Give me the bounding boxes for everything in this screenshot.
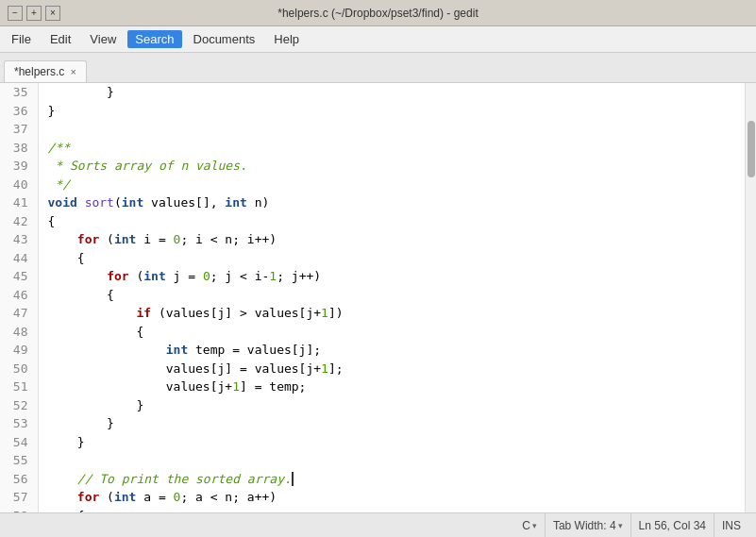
line-code: {	[38, 249, 745, 268]
scrollbar-thumb[interactable]	[748, 121, 755, 177]
table-row: 58 {	[0, 507, 745, 513]
line-code: */	[38, 176, 745, 194]
line-number: 47	[0, 304, 38, 323]
table-row: 44 {	[0, 249, 745, 268]
line-number: 36	[0, 102, 38, 121]
line-number: 44	[0, 249, 38, 268]
line-code: for (int a = 0; a < n; a++)	[38, 488, 745, 507]
table-row: 49 int temp = values[j];	[0, 341, 745, 360]
minimize-button[interactable]: −	[8, 6, 23, 21]
line-number: 48	[0, 323, 38, 342]
line-code: for (int i = 0; i < n; i++)	[38, 230, 745, 249]
line-number: 51	[0, 378, 38, 396]
code-table: 35 }36}3738/**39 * Sorts array of n valu…	[0, 83, 745, 512]
table-row: 54 }	[0, 433, 745, 452]
menu-search[interactable]: Search	[127, 30, 181, 48]
line-code: for (int j = 0; j < i-1; j++)	[38, 267, 745, 286]
table-row: 38/**	[0, 139, 745, 158]
table-row: 35 }	[0, 83, 745, 102]
status-cursor: Ln 56, Col 34	[631, 513, 714, 537]
line-number: 52	[0, 396, 38, 415]
insert-mode-label: INS	[722, 519, 741, 532]
menu-view[interactable]: View	[82, 30, 124, 48]
table-row: 39 * Sorts array of n values.	[0, 157, 745, 176]
status-mode: INS	[714, 513, 748, 537]
table-row: 48 {	[0, 323, 745, 342]
line-code: }	[38, 83, 745, 102]
line-number: 54	[0, 433, 38, 452]
line-number: 43	[0, 230, 38, 249]
code-editor[interactable]: 35 }36}3738/**39 * Sorts array of n valu…	[0, 83, 745, 512]
line-code: void sort(int values[], int n)	[38, 193, 745, 212]
close-button[interactable]: ×	[45, 6, 60, 21]
line-code: {	[38, 212, 745, 231]
tab-label: *helpers.c	[14, 65, 64, 78]
table-row: 56 // To print the sorted array.	[0, 470, 745, 489]
line-number: 49	[0, 341, 38, 360]
line-number: 37	[0, 120, 38, 139]
tab-width-chevron-icon: ▾	[618, 521, 623, 530]
table-row: 36}	[0, 102, 745, 121]
table-row: 40 */	[0, 176, 745, 194]
scrollbar[interactable]	[745, 83, 756, 512]
tab-helpers-c[interactable]: *helpers.c ×	[4, 60, 87, 82]
line-code: // To print the sorted array.	[38, 470, 745, 489]
line-number: 56	[0, 470, 38, 489]
line-code: }	[38, 396, 745, 415]
tab-close-button[interactable]: ×	[70, 67, 76, 77]
line-code: }	[38, 102, 745, 121]
line-code: {	[38, 286, 745, 305]
line-number: 53	[0, 414, 38, 433]
table-row: 47 if (values[j] > values[j+1])	[0, 304, 745, 323]
table-row: 50 values[j] = values[j+1];	[0, 360, 745, 378]
line-number: 38	[0, 139, 38, 158]
line-number: 35	[0, 83, 38, 102]
maximize-button[interactable]: +	[26, 6, 42, 21]
line-code: }	[38, 433, 745, 452]
table-row: 57 for (int a = 0; a < n; a++)	[0, 488, 745, 507]
table-row: 41void sort(int values[], int n)	[0, 193, 745, 212]
line-number: 41	[0, 193, 38, 212]
status-tab-width[interactable]: Tab Width: 4 ▾	[546, 513, 631, 537]
window-title: *helpers.c (~/Dropbox/pset3/find) - gedi…	[64, 7, 692, 20]
language-label: C	[522, 519, 530, 532]
menu-file[interactable]: File	[4, 30, 39, 48]
line-code: int temp = values[j];	[38, 341, 745, 360]
line-number: 46	[0, 286, 38, 305]
line-number: 39	[0, 157, 38, 176]
menubar: File Edit View Search Documents Help	[0, 26, 756, 53]
tab-width-dropdown[interactable]: Tab Width: 4 ▾	[553, 519, 623, 532]
code-area: 35 }36}3738/**39 * Sorts array of n valu…	[0, 83, 756, 512]
line-code: if (values[j] > values[j+1])	[38, 304, 745, 323]
line-number: 42	[0, 212, 38, 231]
titlebar: − + × *helpers.c (~/Dropbox/pset3/find) …	[0, 0, 756, 26]
statusbar: C ▾ Tab Width: 4 ▾ Ln 56, Col 34 INS	[0, 512, 756, 537]
language-dropdown[interactable]: C ▾	[522, 519, 537, 532]
cursor-position: Ln 56, Col 34	[639, 519, 706, 532]
line-number: 40	[0, 176, 38, 194]
table-row: 52 }	[0, 396, 745, 415]
table-row: 45 for (int j = 0; j < i-1; j++)	[0, 267, 745, 286]
table-row: 37	[0, 120, 745, 139]
table-row: 42{	[0, 212, 745, 231]
menu-help[interactable]: Help	[266, 30, 307, 48]
tabbar: *helpers.c ×	[0, 53, 756, 83]
table-row: 51 values[j+1] = temp;	[0, 378, 745, 396]
line-code	[38, 451, 745, 470]
line-number: 50	[0, 360, 38, 378]
status-language[interactable]: C ▾	[514, 513, 546, 537]
menu-edit[interactable]: Edit	[42, 30, 78, 48]
tab-width-label: Tab Width: 4	[553, 519, 616, 532]
menu-documents[interactable]: Documents	[186, 30, 263, 48]
line-code: }	[38, 414, 745, 433]
line-code	[38, 120, 745, 139]
line-code: {	[38, 323, 745, 342]
table-row: 43 for (int i = 0; i < n; i++)	[0, 230, 745, 249]
line-code: /**	[38, 139, 745, 158]
language-chevron-icon: ▾	[532, 521, 537, 530]
table-row: 55	[0, 451, 745, 470]
line-code: values[j] = values[j+1];	[38, 360, 745, 378]
line-code: values[j+1] = temp;	[38, 378, 745, 396]
line-number: 58	[0, 507, 38, 513]
table-row: 53 }	[0, 414, 745, 433]
